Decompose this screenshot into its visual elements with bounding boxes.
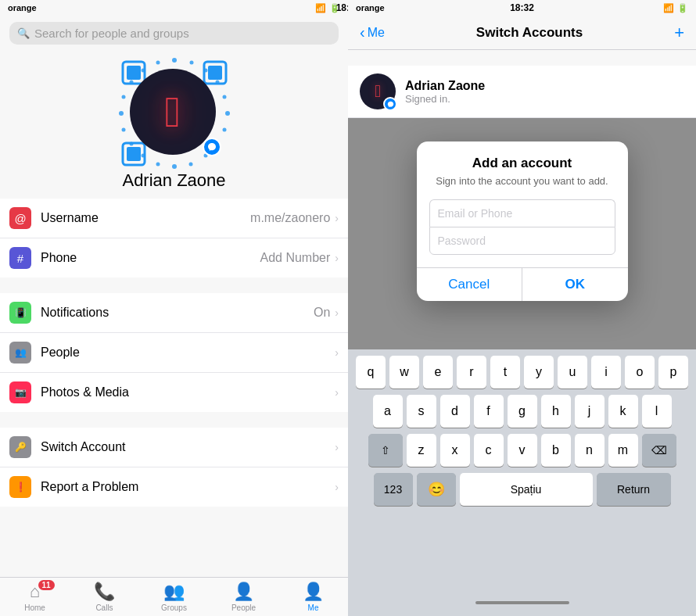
return-key[interactable]: Return	[597, 473, 671, 506]
apple-logo-icon: 	[164, 87, 180, 137]
home-indicator	[475, 601, 569, 604]
nav-add-button[interactable]: +	[674, 23, 684, 43]
key-u[interactable]: u	[558, 356, 587, 389]
search-icon: 🔍	[17, 27, 30, 39]
tab-calls-label: Calls	[95, 603, 113, 612]
right-status-icons: 📶 🔋	[663, 3, 688, 13]
emoji-key[interactable]: 😊	[417, 473, 456, 506]
right-panel: orange 18:32 📶 🔋 ‹ Me Switch Accounts + …	[348, 0, 696, 616]
svg-point-1	[189, 61, 193, 65]
nav-title: Switch Accounts	[476, 25, 583, 41]
switch-label: Switch Account	[41, 440, 335, 454]
key-a[interactable]: a	[373, 395, 403, 428]
key-y[interactable]: y	[524, 356, 554, 389]
key-s[interactable]: s	[407, 395, 436, 428]
cancel-button[interactable]: Cancel	[417, 268, 523, 301]
settings-list: @ Username m.me/zaonero › # Phone Add Nu…	[0, 199, 348, 577]
left-panel: orange 18:31 📶 🔋 🔍 Search for people and…	[0, 0, 348, 616]
key-p[interactable]: p	[658, 356, 688, 389]
key-m[interactable]: m	[608, 434, 638, 467]
settings-item-switch[interactable]: 🔑 Switch Account ›	[0, 428, 348, 467]
nav-back-button[interactable]: ‹ Me	[360, 23, 385, 41]
numbers-key[interactable]: 123	[374, 473, 413, 506]
carrier-left: orange	[8, 3, 37, 13]
key-w[interactable]: w	[389, 356, 419, 389]
settings-item-report[interactable]: ❗ Report a Problem ›	[0, 467, 348, 507]
key-f[interactable]: f	[474, 395, 504, 428]
key-g[interactable]: g	[508, 395, 537, 428]
calls-tab-icon: 📞	[94, 582, 115, 602]
key-q[interactable]: q	[356, 356, 386, 389]
key-n[interactable]: n	[575, 434, 605, 467]
tab-me[interactable]: 👤 Me	[278, 578, 348, 616]
key-l[interactable]: l	[642, 395, 672, 428]
notifications-value: On	[314, 306, 330, 320]
dialog-buttons: Cancel OK	[417, 267, 628, 301]
username-icon: @	[9, 207, 31, 229]
key-h[interactable]: h	[541, 395, 571, 428]
people-tab-icon: 👤	[233, 582, 254, 602]
notifications-label: Notifications	[41, 306, 314, 320]
search-placeholder-text: Search for people and groups	[34, 27, 189, 40]
key-v[interactable]: v	[508, 434, 537, 467]
avatar-container: 	[124, 63, 225, 164]
people-label: People	[41, 346, 330, 360]
switch-icon: 🔑	[9, 436, 31, 458]
backspace-key[interactable]: ⌫	[642, 434, 676, 467]
key-e[interactable]: e	[423, 356, 453, 389]
key-t[interactable]: t	[490, 356, 520, 389]
account-item[interactable]:  Adrian Zaone Signed in.	[348, 66, 696, 118]
avatar: 	[130, 69, 216, 155]
tab-calls[interactable]: 📞 Calls	[70, 578, 139, 616]
me-tab-icon: 👤	[303, 582, 324, 602]
search-container[interactable]: 🔍 Search for people and groups	[9, 22, 339, 45]
password-field[interactable]	[429, 227, 615, 255]
key-c[interactable]: c	[474, 434, 504, 467]
photos-label: Photos & Media	[41, 385, 335, 399]
key-i[interactable]: i	[591, 356, 621, 389]
account-name: Adrian Zaone	[405, 79, 684, 93]
ok-button[interactable]: OK	[522, 268, 628, 301]
key-r[interactable]: r	[457, 356, 486, 389]
dialog-box: Add an account Sign into the account you…	[417, 141, 628, 301]
key-k[interactable]: k	[608, 395, 638, 428]
dialog-header: Add an account Sign into the account you…	[417, 141, 628, 192]
shift-key[interactable]: ⇧	[368, 434, 403, 467]
report-icon: ❗	[9, 476, 31, 498]
key-d[interactable]: d	[440, 395, 470, 428]
tab-people[interactable]: 👤 People	[209, 578, 278, 616]
time-left: 18:31	[336, 2, 348, 13]
settings-item-people[interactable]: 👥 People ›	[0, 333, 348, 373]
settings-group-2: 📳 Notifications On › 👥 People › 📷 Photos…	[0, 293, 348, 412]
key-j[interactable]: j	[575, 395, 605, 428]
key-x[interactable]: x	[440, 434, 470, 467]
key-b[interactable]: b	[541, 434, 571, 467]
settings-item-photos[interactable]: 📷 Photos & Media ›	[0, 373, 348, 412]
tab-groups[interactable]: 👥 Groups	[139, 578, 209, 616]
tab-groups-label: Groups	[161, 603, 187, 612]
key-z[interactable]: z	[407, 434, 436, 467]
account-avatar: 	[360, 73, 396, 109]
email-field[interactable]	[429, 199, 615, 227]
account-apple-icon: 	[375, 81, 381, 102]
dialog-inputs	[417, 192, 628, 260]
wifi-icon: 📶	[315, 3, 326, 13]
svg-point-4	[222, 95, 226, 99]
space-key[interactable]: Spațiu	[460, 473, 593, 506]
keyboard-bottom-bar	[348, 589, 696, 616]
phone-chevron-icon: ›	[335, 252, 339, 264]
profile-name: Adrian Zaone	[122, 170, 225, 191]
settings-item-username[interactable]: @ Username m.me/zaonero ›	[0, 199, 348, 238]
username-chevron-icon: ›	[335, 212, 339, 224]
account-info: Adrian Zaone Signed in.	[405, 79, 684, 105]
dialog-subtitle: Sign into the account you want to add.	[431, 174, 614, 188]
phone-label: Phone	[41, 251, 260, 265]
key-o[interactable]: o	[625, 356, 655, 389]
time-right: 18:32	[510, 2, 534, 13]
battery-icon-right: 🔋	[677, 3, 688, 13]
tab-people-label: People	[231, 603, 256, 612]
accounts-section:  Adrian Zaone Signed in.	[348, 50, 696, 118]
settings-item-phone[interactable]: # Phone Add Number ›	[0, 238, 348, 278]
tab-home[interactable]: ⌂ Home 11	[0, 578, 70, 616]
settings-item-notifications[interactable]: 📳 Notifications On ›	[0, 293, 348, 333]
